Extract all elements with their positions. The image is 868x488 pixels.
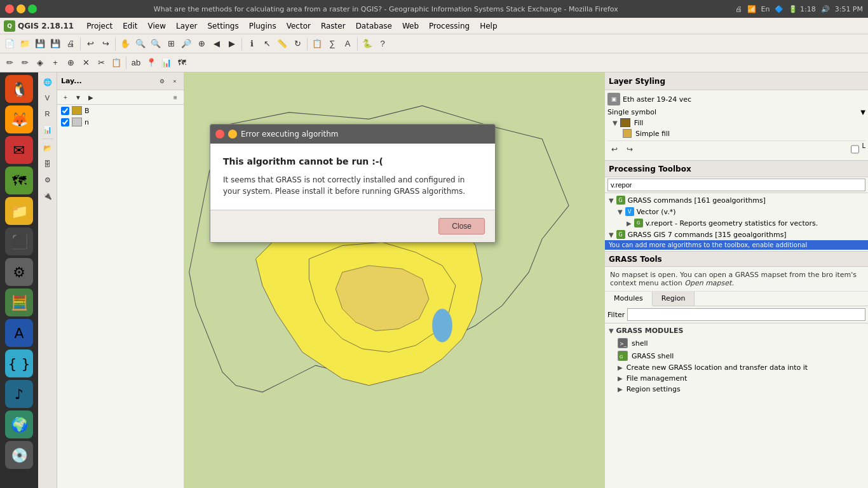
grass-commands-item[interactable]: ▼ G GRASS commands [161 geoalgorithms] bbox=[605, 194, 868, 206]
zoom-full-button[interactable]: ⊞ bbox=[164, 37, 178, 51]
save-as-button[interactable]: 💾 bbox=[48, 37, 62, 51]
measure-button[interactable]: 📏 bbox=[275, 37, 289, 51]
music-icon[interactable]: ♪ bbox=[5, 380, 33, 408]
add-feature-button[interactable]: + bbox=[48, 56, 62, 70]
zoom-out-button[interactable]: 🔍 bbox=[149, 37, 163, 51]
menu-raster[interactable]: Raster bbox=[317, 22, 349, 30]
layer-item-b[interactable]: B bbox=[57, 105, 184, 116]
identify-button[interactable]: ℹ bbox=[245, 37, 259, 51]
calc-icon[interactable]: 🧮 bbox=[5, 288, 33, 316]
menu-settings[interactable]: Settings bbox=[203, 22, 242, 30]
refresh-button[interactable]: ↻ bbox=[290, 37, 304, 51]
tab-region[interactable]: Region bbox=[653, 292, 695, 306]
grass-modules-arrow[interactable]: ▼ bbox=[609, 327, 614, 334]
fill-row[interactable]: ▼ Fill bbox=[613, 118, 865, 127]
vector-item[interactable]: ▼ V Vector (v.*) bbox=[605, 206, 868, 217]
minimize-window-button[interactable] bbox=[17, 4, 25, 13]
menu-processing[interactable]: Processing bbox=[425, 22, 473, 30]
open-project-button[interactable]: 📁 bbox=[18, 37, 32, 51]
add-group-button[interactable]: + bbox=[60, 92, 71, 103]
expand-all-button[interactable]: ▼ bbox=[72, 92, 84, 103]
select-button[interactable]: ↖ bbox=[260, 37, 274, 51]
qgis-app-icon[interactable]: 🗺 bbox=[5, 166, 33, 194]
paste-features-button[interactable]: 📋 bbox=[109, 56, 123, 70]
zoom-next-button[interactable]: ▶ bbox=[225, 37, 239, 51]
menu-view[interactable]: View bbox=[144, 22, 170, 30]
digitize-button[interactable]: ✏ bbox=[3, 56, 17, 70]
menu-vector[interactable]: Vector bbox=[283, 22, 315, 30]
grass-shell-item[interactable]: >_ shell bbox=[605, 337, 868, 349]
layer-item-n[interactable]: n bbox=[57, 116, 184, 128]
zoom-in-button[interactable]: 🔍 bbox=[133, 37, 147, 51]
plugins-button[interactable]: 🔌 bbox=[41, 189, 55, 203]
collapse-all-button[interactable]: ▶ bbox=[85, 92, 97, 103]
cut-features-button[interactable]: ✂ bbox=[94, 56, 108, 70]
file-management-arrow[interactable]: ▶ bbox=[618, 375, 623, 382]
heatmap-button[interactable]: 🗺 bbox=[175, 56, 189, 70]
style-undo-button[interactable]: ↩ bbox=[607, 142, 621, 156]
close-window-button[interactable] bbox=[5, 4, 14, 13]
single-symbol-row[interactable]: Single symbol ▼ bbox=[607, 108, 865, 116]
dialog-min-button[interactable] bbox=[228, 130, 237, 139]
menu-edit[interactable]: Edit bbox=[119, 22, 141, 30]
delete-selected-button[interactable]: ✕ bbox=[79, 56, 93, 70]
field-calc-button[interactable]: ∑ bbox=[325, 37, 339, 51]
create-location-arrow[interactable]: ▶ bbox=[618, 364, 623, 371]
print-button[interactable]: 🖨 bbox=[64, 37, 78, 51]
processing-button[interactable]: ⚙ bbox=[41, 173, 55, 187]
node-tool-button[interactable]: ◈ bbox=[33, 56, 47, 70]
pan-button[interactable]: ✋ bbox=[118, 37, 132, 51]
menu-database[interactable]: Database bbox=[352, 22, 396, 30]
pin-labels-button[interactable]: 📍 bbox=[144, 56, 158, 70]
maximize-window-button[interactable] bbox=[28, 4, 37, 13]
disk-icon[interactable]: 💿 bbox=[5, 441, 33, 469]
map-icon2[interactable]: 🌍 bbox=[5, 410, 33, 438]
region-settings-arrow[interactable]: ▶ bbox=[618, 386, 623, 393]
zoom-selection-button[interactable]: ⊕ bbox=[194, 37, 208, 51]
style-redo-button[interactable]: ↪ bbox=[623, 142, 637, 156]
menu-help[interactable]: Help bbox=[476, 22, 501, 30]
files-icon[interactable]: 📁 bbox=[5, 197, 33, 225]
filter-layer-button[interactable]: ≡ bbox=[170, 92, 181, 103]
vector-arrow[interactable]: ▼ bbox=[618, 208, 623, 215]
writer-icon[interactable]: A bbox=[5, 319, 33, 347]
menu-web[interactable]: Web bbox=[398, 22, 423, 30]
grass-filter-input[interactable] bbox=[627, 308, 865, 321]
processing-search-input[interactable] bbox=[607, 179, 865, 191]
settings-icon[interactable]: ⚙ bbox=[5, 258, 33, 286]
dialog-close-button-x[interactable] bbox=[215, 130, 224, 139]
add-vector-button[interactable]: V bbox=[41, 91, 55, 105]
add-csv-button[interactable]: 📊 bbox=[41, 123, 55, 137]
layer-n-checkbox[interactable] bbox=[61, 118, 69, 126]
vreport-item[interactable]: ▶ G v.report - Reports geometry statisti… bbox=[605, 217, 868, 229]
menu-plugins[interactable]: Plugins bbox=[245, 22, 280, 30]
live-update-checkbox[interactable] bbox=[851, 142, 859, 156]
save-project-button[interactable]: 💾 bbox=[33, 37, 47, 51]
zoom-prev-button[interactable]: ◀ bbox=[210, 37, 224, 51]
attribute-table-button[interactable]: 📋 bbox=[310, 37, 324, 51]
create-location-item[interactable]: ▶ Create new GRASS location and transfer… bbox=[605, 362, 868, 373]
layer-b-checkbox[interactable] bbox=[61, 107, 69, 115]
undo-button[interactable]: ↩ bbox=[83, 37, 97, 51]
layers-close-button[interactable]: × bbox=[170, 76, 180, 86]
menu-layer[interactable]: Layer bbox=[172, 22, 201, 30]
grass-commands-arrow[interactable]: ▼ bbox=[609, 197, 614, 204]
menu-project[interactable]: Project bbox=[83, 22, 116, 30]
layers-options-button[interactable]: ⚙ bbox=[157, 76, 167, 86]
redo-button[interactable]: ↪ bbox=[98, 37, 112, 51]
ubuntu-icon[interactable]: 🐧 bbox=[5, 75, 33, 103]
move-feature-button[interactable]: ⊕ bbox=[64, 56, 78, 70]
firefox-icon[interactable]: 🦊 bbox=[5, 105, 33, 133]
fill-expand-arrow[interactable]: ▼ bbox=[613, 119, 618, 126]
grass7-commands-item[interactable]: ▼ G GRASS GIS 7 commands [315 geoalgorit… bbox=[605, 229, 868, 240]
tab-modules[interactable]: Modules bbox=[605, 292, 653, 306]
terminal-icon[interactable]: ⬛ bbox=[5, 227, 33, 255]
chart-button[interactable]: 📊 bbox=[159, 56, 173, 70]
email-icon[interactable]: ✉ bbox=[5, 136, 33, 164]
label-tool-button[interactable]: ab bbox=[129, 56, 143, 70]
symbol-dropdown-arrow[interactable]: ▼ bbox=[860, 109, 865, 116]
code-icon[interactable]: { } bbox=[5, 349, 33, 377]
python-button[interactable]: 🐍 bbox=[360, 37, 374, 51]
file-management-item[interactable]: ▶ File management bbox=[605, 373, 868, 384]
grass-shell2-item[interactable]: G GRASS shell bbox=[605, 349, 868, 362]
